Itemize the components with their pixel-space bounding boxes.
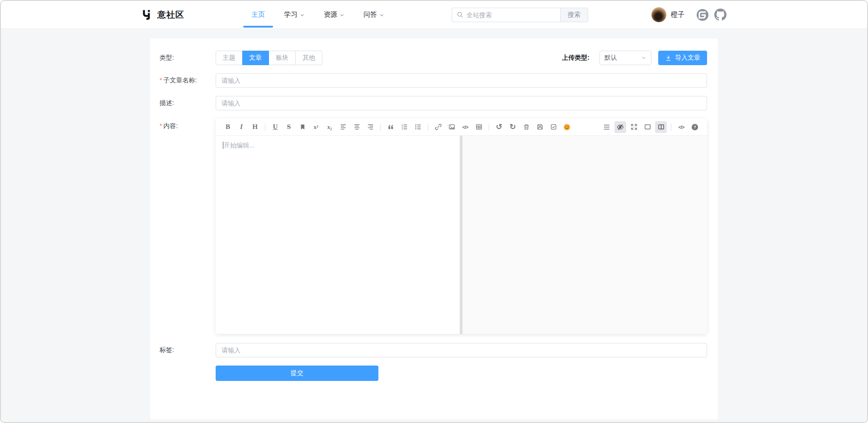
post-form-card: 类型: 主题 文章 板块 其他 上传类型: 默认 [150,38,718,419]
emoji-icon[interactable] [561,121,573,133]
import-article-button[interactable]: 导入文章 [658,51,707,65]
text-caret [223,142,223,149]
split-view-icon[interactable] [655,121,667,133]
content-row: *内容: B I H U S x² x₂ [160,119,707,334]
ordered-list-icon[interactable]: 1 2 3 [398,121,410,133]
search-input[interactable] [467,11,556,19]
upload-type-value: 默认 [604,54,617,62]
type-option-topic[interactable]: 主题 [216,51,242,65]
quote-icon[interactable] [385,121,396,133]
type-option-article[interactable]: 文章 [242,51,269,65]
underline-icon[interactable]: U [269,121,281,133]
nav-item-home[interactable]: 主页 [251,1,265,29]
brand-title: 意社区 [157,9,184,21]
unordered-list-icon[interactable] [412,121,424,133]
nav-item-qa[interactable]: 问答 [363,1,384,29]
nav-item-learn[interactable]: 学习 [284,1,305,29]
upload-type-select[interactable]: 默认 [599,51,651,65]
header-icon[interactable]: H [249,121,261,133]
chevron-down-icon [379,13,384,18]
svg-text:?: ? [693,125,696,129]
required-mark: * [160,122,162,129]
trash-icon[interactable] [520,121,532,133]
strikethrough-icon[interactable]: S [283,121,295,133]
search-icon [457,11,463,18]
help-icon[interactable]: ? [689,121,701,133]
content-label: 内容: [163,122,178,129]
tags-label: 标签: [160,346,216,354]
user-name[interactable]: 橙子 [671,10,684,19]
editor-preview-pane [462,136,707,334]
search-button[interactable]: 搜索 [560,8,588,22]
brand[interactable]: 意社区 [142,9,184,21]
save-icon[interactable] [534,121,546,133]
table-icon[interactable] [473,121,485,133]
italic-icon[interactable]: I [236,121,247,133]
description-input[interactable] [216,96,707,110]
editor-body: 开始编辑... [216,136,707,334]
nav-item-resources[interactable]: 资源 [324,1,344,29]
toolbar-divider [380,124,381,131]
type-row: 类型: 主题 文章 板块 其他 上传类型: 默认 [160,51,707,65]
toolbar-divider [265,124,265,131]
link-icon[interactable] [432,121,444,133]
tags-row: 标签: [160,343,707,357]
page-background: 类型: 主题 文章 板块 其他 上传类型: 默认 [1,29,867,423]
chevron-down-icon [340,13,344,18]
markdown-editor: B I H U S x² x₂ [216,119,707,334]
gitee-icon[interactable] [697,9,708,21]
bold-icon[interactable]: B [222,121,234,133]
submit-button[interactable]: 提交 [216,366,378,381]
page-fullscreen-icon[interactable] [642,121,653,133]
align-right-icon[interactable] [364,121,376,133]
preview-toggle-icon[interactable] [614,121,626,133]
sub-article-name-label: 子文章名称: [163,76,197,84]
submit-row: 提交 [160,366,707,381]
search-box [452,8,560,22]
image-icon[interactable] [446,121,458,133]
editor-toolbar-right: </> ? [600,121,702,133]
toolbar-divider [671,124,671,131]
svg-text:3: 3 [401,128,403,130]
catalog-icon[interactable] [601,121,613,133]
type-option-board[interactable]: 板块 [269,51,296,65]
chevron-down-icon [300,13,305,18]
navbar-inner: 意社区 主页 学习 资源 问答 [142,1,726,29]
task-list-icon[interactable] [547,121,559,133]
code-icon[interactable]: </> [459,121,471,133]
required-mark: * [160,76,162,84]
site-search: 搜索 [452,8,588,22]
editor-toolbar: B I H U S x² x₂ [216,119,707,136]
align-left-icon[interactable] [337,121,349,133]
type-label: 类型: [160,54,216,62]
tags-input[interactable] [216,343,707,357]
undo-icon[interactable]: ↺ [493,121,505,133]
chevron-down-icon [641,55,646,61]
type-segmented-control: 主题 文章 板块 其他 [216,51,322,65]
type-option-other[interactable]: 其他 [296,51,322,65]
html-code-icon[interactable]: </> [675,121,687,133]
navbar: 意社区 主页 学习 资源 问答 [1,1,867,29]
mark-icon[interactable] [297,121,308,133]
description-row: 描述: [160,96,707,110]
align-center-icon[interactable] [351,121,363,133]
download-icon [665,55,672,62]
toolbar-divider [489,124,489,131]
avatar[interactable] [651,7,666,22]
fullscreen-icon[interactable] [628,121,640,133]
superscript-icon[interactable]: x² [310,121,322,133]
user-area: 橙子 [651,7,726,22]
description-label: 描述: [160,99,216,107]
github-icon[interactable] [714,9,726,21]
sub-article-name-input[interactable] [216,73,707,88]
toolbar-divider [428,124,428,131]
editor-input-pane[interactable]: 开始编辑... [216,136,460,334]
redo-icon[interactable]: ↻ [507,121,519,133]
subscript-icon[interactable]: x₂ [324,121,335,133]
main-nav: 主页 学习 资源 问答 [251,1,384,29]
sub-article-name-row: *子文章名称: [160,73,707,88]
editor-placeholder: 开始编辑... [224,142,255,149]
upload-type-label: 上传类型: [562,54,590,62]
brand-logo-icon [142,9,153,21]
